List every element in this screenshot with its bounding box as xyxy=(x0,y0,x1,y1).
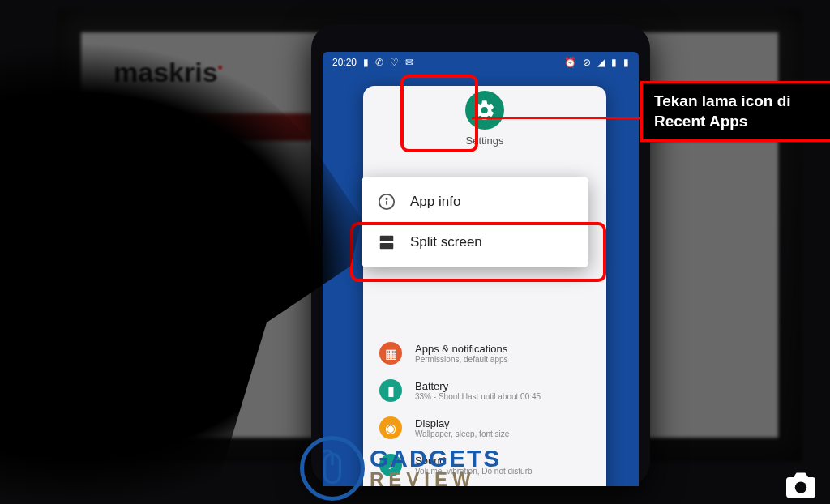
settings-row-battery[interactable]: ▮ Battery 33% - Should last until about … xyxy=(374,374,595,412)
apps-icon: ▦ xyxy=(379,342,402,365)
watermark-line1: GADGETS xyxy=(370,447,501,471)
signal-icon: ▮ xyxy=(611,57,617,68)
settings-row-title: Display xyxy=(415,417,509,429)
settings-row-title: Battery xyxy=(415,380,541,392)
statusbar: 20:20 ▮ ✆ ♡ ✉ ⏰ ⊘ ◢ ▮ ▮ xyxy=(323,52,639,73)
annotation-callout-line xyxy=(472,117,640,119)
alarm-icon: ⏰ xyxy=(564,57,576,68)
svg-point-2 xyxy=(386,199,387,199)
camera-icon[interactable] xyxy=(783,470,819,499)
svg-rect-3 xyxy=(380,236,394,241)
recent-app-title: Settings xyxy=(363,135,606,147)
mail-icon: ✉ xyxy=(405,57,413,68)
recent-app-card[interactable]: Settings ▦ Apps & notifications Permissi… xyxy=(363,86,606,486)
menu-item-label: Split screen xyxy=(410,234,482,250)
settings-row-subtitle: 33% - Should last until about 00:45 xyxy=(415,392,541,401)
annotation-callout-box: Tekan lama icon di Recent Apps xyxy=(640,81,830,142)
svg-point-7 xyxy=(795,481,806,493)
battery-icon: ▮ xyxy=(379,379,402,402)
watermark-logo: GADGETS REVIEW xyxy=(300,436,501,501)
battery-icon: ▮ xyxy=(623,57,629,68)
menu-item-split-screen[interactable]: Split screen xyxy=(362,222,588,263)
menu-item-label: App info xyxy=(410,194,460,210)
settings-app-icon[interactable] xyxy=(465,91,504,130)
statusbar-time: 20:20 xyxy=(332,57,357,68)
menu-item-app-info[interactable]: App info xyxy=(362,182,588,222)
heart-icon: ♡ xyxy=(390,57,399,68)
wifi-icon: ◢ xyxy=(597,57,605,68)
dnd-icon: ⊘ xyxy=(583,57,591,68)
settings-row-title: Apps & notifications xyxy=(415,343,508,355)
recent-app-context-menu: App info Split screen xyxy=(362,177,588,267)
annotation-callout-text: Tekan lama icon di Recent Apps xyxy=(654,92,791,130)
settings-row-subtitle: Permissions, default apps xyxy=(415,355,508,364)
split-screen-icon xyxy=(378,233,396,251)
watermark-line2: REVIEW xyxy=(370,471,501,489)
info-icon xyxy=(378,193,396,211)
mouse-icon xyxy=(300,436,365,501)
facebook-icon: ▮ xyxy=(363,57,369,68)
whatsapp-icon: ✆ xyxy=(375,57,383,68)
svg-rect-4 xyxy=(380,243,394,249)
settings-row-apps[interactable]: ▦ Apps & notifications Permissions, defa… xyxy=(374,337,595,374)
